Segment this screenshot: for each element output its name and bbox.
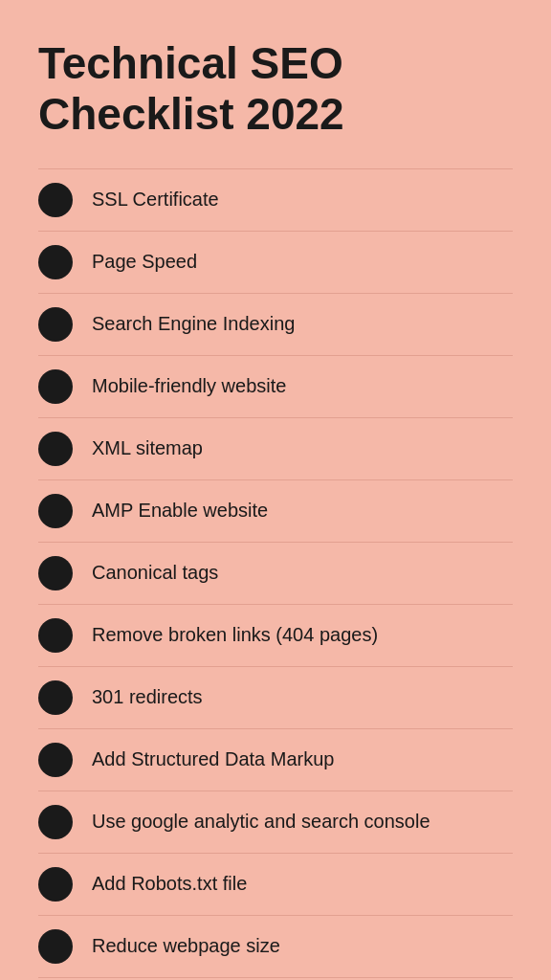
list-item-xml-sitemap: XML sitemap: [38, 418, 513, 480]
item-label-mobile-friendly: Mobile-friendly website: [92, 375, 286, 397]
list-item-reduce-webpage: Reduce webpage size: [38, 916, 513, 978]
item-label-amp-enable: AMP Enable website: [92, 500, 268, 522]
item-label-robots-txt: Add Robots.txt file: [92, 873, 247, 895]
list-item-ssl: SSL Certificate: [38, 169, 513, 232]
list-item-search-engine: Search Engine Indexing: [38, 294, 513, 356]
bullet-icon-ssl: [38, 183, 73, 217]
item-label-google-analytic: Use google analytic and search console: [92, 811, 430, 833]
item-label-canonical-tags: Canonical tags: [92, 562, 218, 584]
bullet-icon-xml-sitemap: [38, 432, 73, 466]
list-item-301-redirects: 301 redirects: [38, 667, 513, 729]
bullet-icon-robots-txt: [38, 867, 73, 902]
list-item-page-speed: Page Speed: [38, 232, 513, 294]
list-item-mobile-friendly: Mobile-friendly website: [38, 356, 513, 418]
item-label-page-speed: Page Speed: [92, 251, 197, 273]
list-item-canonical-tags: Canonical tags: [38, 543, 513, 605]
bullet-icon-amp-enable: [38, 494, 73, 528]
list-item-robots-txt: Add Robots.txt file: [38, 854, 513, 916]
page-title: Technical SEO Checklist 2022: [38, 38, 513, 140]
item-label-remove-broken-links: Remove broken links (404 pages): [92, 624, 378, 646]
bullet-icon-mobile-friendly: [38, 369, 73, 404]
bullet-icon-301-redirects: [38, 680, 73, 715]
bullet-icon-page-speed: [38, 245, 73, 279]
item-label-reduce-webpage: Reduce webpage size: [92, 935, 280, 957]
list-item-structured-data: Add Structured Data Markup: [38, 729, 513, 791]
item-label-ssl: SSL Certificate: [92, 189, 219, 211]
bullet-icon-google-analytic: [38, 805, 73, 839]
item-label-search-engine: Search Engine Indexing: [92, 313, 295, 335]
item-label-xml-sitemap: XML sitemap: [92, 437, 203, 459]
item-label-structured-data: Add Structured Data Markup: [92, 748, 334, 770]
list-item-google-analytic: Use google analytic and search console: [38, 791, 513, 854]
bullet-icon-reduce-webpage: [38, 929, 73, 964]
bullet-icon-canonical-tags: [38, 556, 73, 590]
bullet-icon-structured-data: [38, 743, 73, 777]
list-item-amp-enable: AMP Enable website: [38, 480, 513, 543]
checklist: SSL CertificatePage SpeedSearch Engine I…: [38, 169, 513, 978]
item-label-301-redirects: 301 redirects: [92, 686, 203, 708]
bullet-icon-remove-broken-links: [38, 618, 73, 653]
bullet-icon-search-engine: [38, 307, 73, 342]
list-item-remove-broken-links: Remove broken links (404 pages): [38, 605, 513, 667]
